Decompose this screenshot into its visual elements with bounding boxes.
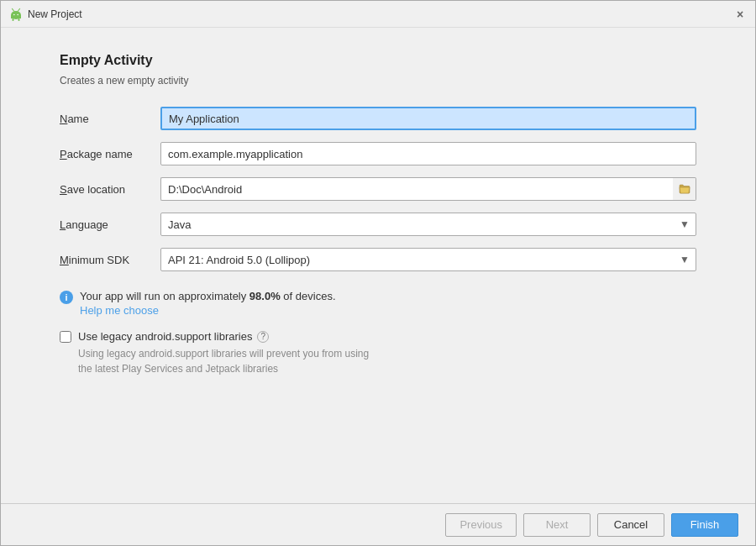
legacy-help-icon[interactable]: ? xyxy=(257,331,269,343)
svg-point-6 xyxy=(13,13,15,15)
legacy-desc-line2: the latest Play Services and Jetpack lib… xyxy=(78,363,278,375)
legacy-label: Use legacy android.support libraries ? xyxy=(78,330,369,343)
package-input[interactable] xyxy=(160,142,696,165)
footer: Previous Next Cancel Finish xyxy=(1,503,755,545)
svg-line-4 xyxy=(13,8,14,11)
minimum-sdk-label: Minimum SDK xyxy=(60,254,160,266)
window-title: New Project xyxy=(28,8,733,20)
svg-point-7 xyxy=(17,13,18,15)
info-percentage: 98.0% xyxy=(249,290,281,302)
info-section: i Your app will run on approximately 98.… xyxy=(60,290,696,317)
save-label: Save location xyxy=(60,183,160,196)
browse-folder-button[interactable] xyxy=(673,177,696,201)
save-location-input-group xyxy=(160,177,696,201)
legacy-label-text: Use legacy android.support libraries xyxy=(78,330,252,343)
language-label: Language xyxy=(60,218,160,231)
save-location-input[interactable] xyxy=(160,177,673,201)
svg-rect-3 xyxy=(18,18,20,21)
sdk-select-wrapper: API 21: Android 5.0 (Lollipop) API 22: A… xyxy=(160,248,696,271)
main-content: Empty Activity Creates a new empty activ… xyxy=(1,28,755,503)
legacy-checkbox[interactable] xyxy=(60,331,71,343)
page-subtitle: Creates a new empty activity xyxy=(60,75,696,87)
language-select[interactable]: Java Kotlin xyxy=(160,213,696,236)
minimum-sdk-row: Minimum SDK API 21: Android 5.0 (Lollipo… xyxy=(60,248,696,271)
save-location-row: Save location xyxy=(60,177,696,201)
info-text-before: Your app will run on approximately xyxy=(80,290,249,302)
language-select-wrapper: Java Kotlin ▼ xyxy=(160,213,696,236)
cancel-button[interactable]: Cancel xyxy=(597,513,664,537)
legacy-label-group: Use legacy android.support libraries ? U… xyxy=(78,330,369,376)
legacy-description: Using legacy android.support libraries w… xyxy=(78,346,369,376)
name-row: Name xyxy=(60,107,696,130)
finish-button[interactable]: Finish xyxy=(671,513,738,537)
svg-line-5 xyxy=(18,8,20,11)
svg-rect-1 xyxy=(11,15,21,18)
svg-rect-2 xyxy=(13,18,14,21)
language-row: Language Java Kotlin ▼ xyxy=(60,213,696,236)
name-input[interactable] xyxy=(160,107,696,130)
new-project-window: New Project × Empty Activity Creates a n… xyxy=(0,0,756,546)
page-heading: Empty Activity xyxy=(60,53,696,68)
package-row: Package name xyxy=(60,142,696,165)
info-text-group: Your app will run on approximately 98.0%… xyxy=(80,290,336,317)
close-button[interactable]: × xyxy=(733,8,747,21)
info-icon: i xyxy=(60,291,73,304)
legacy-desc-line1: Using legacy android.support libraries w… xyxy=(78,348,369,360)
info-text: Your app will run on approximately 98.0%… xyxy=(80,290,336,302)
folder-icon xyxy=(679,184,690,194)
next-button[interactable]: Next xyxy=(523,513,591,537)
package-label: Package name xyxy=(60,148,160,160)
name-label: Name xyxy=(60,113,160,125)
help-me-choose-link[interactable]: Help me choose xyxy=(80,304,336,317)
android-logo-icon xyxy=(9,8,23,21)
title-bar: New Project × xyxy=(1,1,755,28)
previous-button[interactable]: Previous xyxy=(445,513,517,537)
info-text-after: of devices. xyxy=(281,290,336,302)
sdk-select[interactable]: API 21: Android 5.0 (Lollipop) API 22: A… xyxy=(160,248,696,271)
legacy-checkbox-row: Use legacy android.support libraries ? U… xyxy=(60,330,696,376)
